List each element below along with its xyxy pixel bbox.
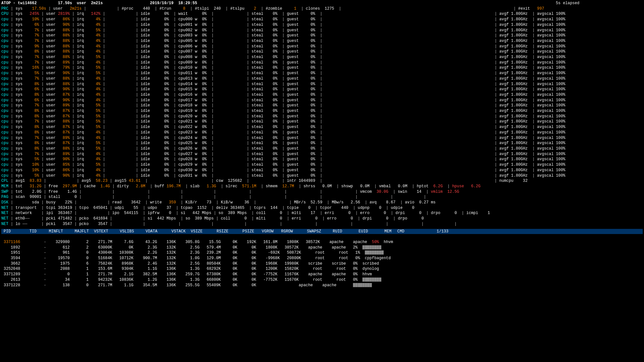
process-table: PIDTIDMINFLTMAJFLTVSTEXTVSLIBSVDATAVSTAC… (0, 228, 644, 289)
terminal-content: ATOP - twi14662 17.50s user 2m21s 2019/1… (0, 0, 644, 228)
terminal-screen: ATOP - twi14662 17.50s user 2m21s 2019/1… (0, 0, 644, 289)
